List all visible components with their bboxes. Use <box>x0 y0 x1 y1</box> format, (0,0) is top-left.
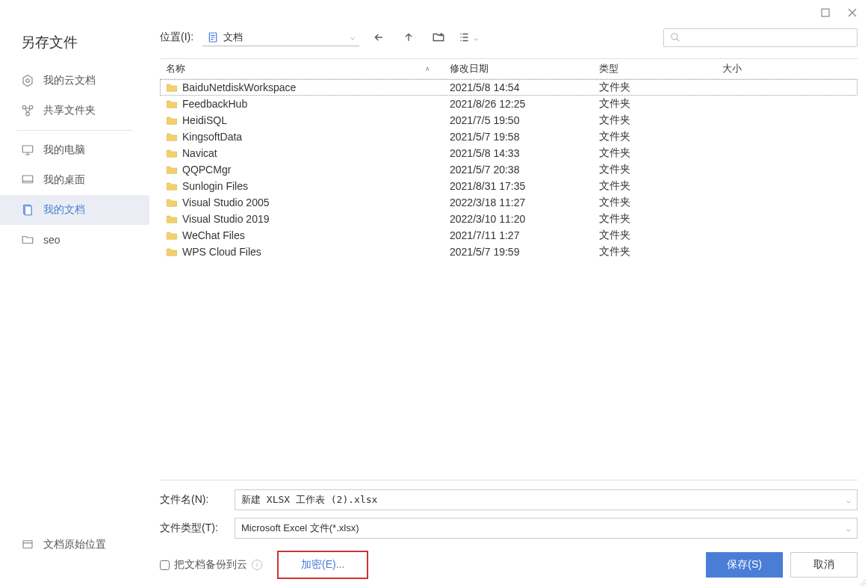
filetype-dropdown[interactable]: Microsoft Excel 文件(*.xlsx) ⌵ <box>235 518 858 539</box>
sidebar-item-original-location[interactable]: 文档原始位置 <box>0 530 149 560</box>
file-list: 名称 ∧ 修改日期 类型 大小 BaiduNetdiskWorkspace 20… <box>160 58 858 480</box>
file-type: 文件夹 <box>599 196 630 209</box>
folder-icon <box>21 233 34 247</box>
chevron-down-icon: ⌵ <box>846 524 851 533</box>
encrypt-button[interactable]: 加密(E)... <box>277 551 368 579</box>
sidebar: 另存文件 我的云文档 共享文件夹 我的电脑 我的桌面 <box>0 22 149 588</box>
save-button[interactable]: 保存(S) <box>706 552 783 578</box>
file-row[interactable]: QQPCMgr 2021/5/7 20:38 文件夹 <box>160 161 858 178</box>
search-icon <box>670 32 681 43</box>
share-icon <box>21 104 34 117</box>
file-row[interactable]: Visual Studio 2005 2022/3/18 11:27 文件夹 <box>160 194 858 211</box>
sort-asc-icon: ∧ <box>425 65 438 72</box>
folder-icon <box>166 99 178 109</box>
sidebar-item-label: 我的桌面 <box>43 173 85 187</box>
file-name: HeidiSQL <box>182 114 227 126</box>
column-header-date[interactable]: 修改日期 <box>444 59 593 78</box>
column-header-size[interactable]: 大小 <box>716 59 858 78</box>
file-date: 2021/5/8 14:54 <box>450 81 519 93</box>
info-icon[interactable]: i <box>252 560 262 570</box>
file-date: 2021/8/26 12:25 <box>450 98 525 110</box>
folder-icon <box>166 148 178 158</box>
location-dropdown[interactable]: 文档 ⌵ <box>202 29 359 46</box>
maximize-button[interactable] <box>819 6 832 19</box>
location-icon <box>21 538 34 551</box>
file-type: 文件夹 <box>599 212 630 226</box>
search-input[interactable] <box>685 32 851 43</box>
file-row[interactable]: KingsoftData 2021/5/7 19:58 文件夹 <box>160 129 858 145</box>
up-button[interactable] <box>398 27 419 48</box>
location-label: 位置(I): <box>160 31 193 44</box>
file-name: Sunlogin Files <box>182 180 248 192</box>
location-value: 文档 <box>223 31 346 44</box>
file-date: 2022/3/10 11:20 <box>450 213 525 225</box>
file-name: Navicat <box>182 147 217 159</box>
chevron-down-icon: ⌵ <box>846 496 851 504</box>
close-button[interactable] <box>846 6 859 19</box>
sidebar-item-cloud-docs[interactable]: 我的云文档 <box>0 66 149 96</box>
file-type: 文件夹 <box>599 146 630 160</box>
cancel-button[interactable]: 取消 <box>790 552 858 578</box>
file-row[interactable]: Navicat 2021/5/8 14:33 文件夹 <box>160 145 858 161</box>
filename-label: 文件名(N): <box>160 493 226 507</box>
svg-point-11 <box>672 34 678 40</box>
file-row[interactable]: Sunlogin Files 2021/8/31 17:35 文件夹 <box>160 178 858 194</box>
svg-rect-6 <box>22 176 33 183</box>
file-date: 2021/7/11 1:27 <box>450 229 519 241</box>
file-date: 2021/5/7 19:58 <box>450 131 519 143</box>
documents-icon <box>21 203 34 217</box>
filetype-label: 文件类型(T): <box>160 522 226 535</box>
file-date: 2021/5/7 20:38 <box>450 164 519 176</box>
svg-rect-8 <box>25 206 31 215</box>
file-type: 文件夹 <box>599 81 630 94</box>
search-box[interactable] <box>663 28 858 47</box>
bottom-panel: 文件名(N): 新建 XLSX 工作表 (2).xlsx ⌵ 文件类型(T): … <box>160 480 858 579</box>
sidebar-item-seo[interactable]: seo <box>0 225 149 255</box>
file-date: 2021/5/8 14:33 <box>450 147 519 159</box>
cloud-doc-icon <box>21 74 34 87</box>
file-row[interactable]: WeChat Files 2021/7/11 1:27 文件夹 <box>160 227 858 244</box>
filename-input[interactable]: 新建 XLSX 工作表 (2).xlsx ⌵ <box>235 489 858 510</box>
backup-checkbox-input[interactable] <box>160 560 170 570</box>
file-date: 2022/3/18 11:27 <box>450 196 525 208</box>
svg-point-4 <box>26 112 30 116</box>
file-name: BaiduNetdiskWorkspace <box>182 81 296 93</box>
file-type: 文件夹 <box>599 245 630 259</box>
sidebar-item-label: 我的云文档 <box>43 74 96 87</box>
file-name: WeChat Files <box>182 229 245 241</box>
sidebar-item-label: seo <box>43 234 61 246</box>
resize-grip[interactable] <box>858 578 867 587</box>
sidebar-item-desktop[interactable]: 我的桌面 <box>0 165 149 195</box>
file-row[interactable]: WPS Cloud Files 2021/5/7 19:59 文件夹 <box>160 244 858 260</box>
file-type: 文件夹 <box>599 114 630 127</box>
svg-point-1 <box>26 79 30 83</box>
file-row[interactable]: FeedbackHub 2021/8/26 12:25 文件夹 <box>160 96 858 112</box>
column-header-name[interactable]: 名称 ∧ <box>160 59 444 78</box>
folder-icon <box>166 214 178 224</box>
column-header-type[interactable]: 类型 <box>593 59 716 78</box>
folder-icon <box>166 230 178 241</box>
sidebar-item-documents[interactable]: 我的文档 <box>0 195 149 225</box>
file-row[interactable]: BaiduNetdiskWorkspace 2021/5/8 14:54 文件夹 <box>160 79 858 96</box>
backup-checkbox[interactable]: 把文档备份到云 i <box>160 558 262 572</box>
folder-icon <box>166 164 178 175</box>
sidebar-item-label: 我的电脑 <box>43 143 85 157</box>
file-name: QQPCMgr <box>182 164 231 176</box>
sidebar-item-label: 文档原始位置 <box>43 538 106 551</box>
file-row[interactable]: Visual Studio 2019 2022/3/10 11:20 文件夹 <box>160 211 858 227</box>
file-date: 2021/5/7 19:59 <box>450 246 519 258</box>
sidebar-item-label: 我的文档 <box>43 203 85 217</box>
file-name: Visual Studio 2005 <box>182 196 270 208</box>
sidebar-item-shared[interactable]: 共享文件夹 <box>0 96 149 126</box>
back-button[interactable] <box>368 27 389 48</box>
new-folder-button[interactable] <box>428 27 449 48</box>
view-options-button[interactable]: ⌵ <box>458 27 479 48</box>
file-row[interactable]: HeidiSQL 2021/7/5 19:50 文件夹 <box>160 112 858 129</box>
file-name: KingsoftData <box>182 131 242 143</box>
toolbar: 位置(I): 文档 ⌵ ⌵ <box>160 22 858 58</box>
file-list-header: 名称 ∧ 修改日期 类型 大小 <box>160 59 858 79</box>
divider <box>16 130 133 131</box>
sidebar-item-computer[interactable]: 我的电脑 <box>0 135 149 165</box>
file-type: 文件夹 <box>599 97 630 111</box>
dialog-title: 另存文件 <box>0 28 149 66</box>
